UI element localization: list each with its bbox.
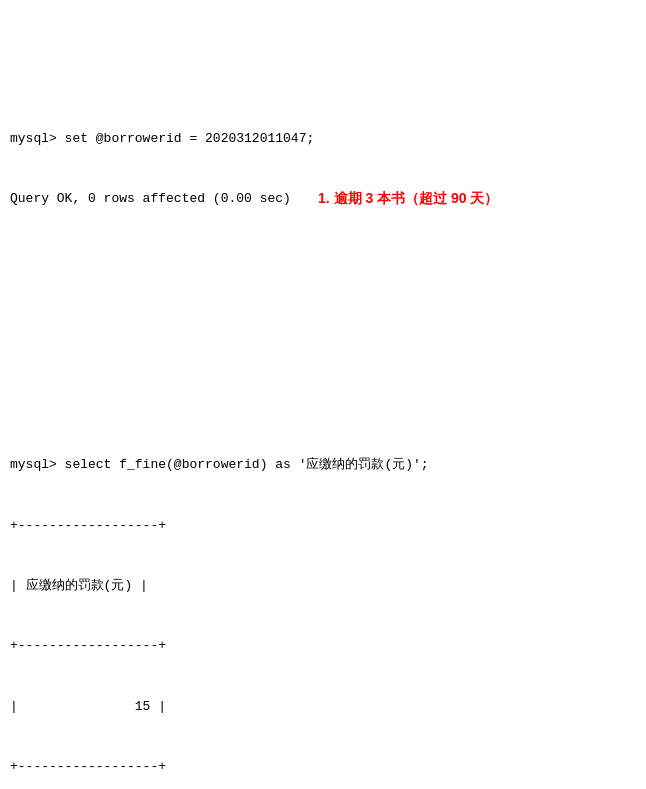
- annotation-1: 1. 逾期 3 本书（超过 90 天）: [318, 188, 498, 210]
- block-1: mysql> set @borrowerid = 2020312011047; …: [10, 89, 636, 250]
- val-line: | 15 |: [10, 697, 636, 717]
- cmd-text: mysql> set @borrowerid = 2020312011047;: [10, 129, 314, 149]
- terminal-window: mysql> set @borrowerid = 2020312011047; …: [10, 8, 636, 789]
- header-line: | 应缴纳的罚款(元) |: [10, 576, 636, 596]
- block-2: mysql> select f_fine(@borrowerid) as '应缴…: [10, 415, 636, 789]
- ok-line: Query OK, 0 rows affected (0.00 sec) 1. …: [10, 189, 636, 209]
- ok-text: Query OK, 0 rows affected (0.00 sec): [10, 189, 291, 209]
- sep-line: +------------------+: [10, 636, 636, 656]
- cmd-line: mysql> set @borrowerid = 2020312011047;: [10, 129, 636, 149]
- sep-line: +------------------+: [10, 757, 636, 777]
- sep-line: +------------------+: [10, 516, 636, 536]
- cmd-line: mysql> select f_fine(@borrowerid) as '应缴…: [10, 455, 636, 475]
